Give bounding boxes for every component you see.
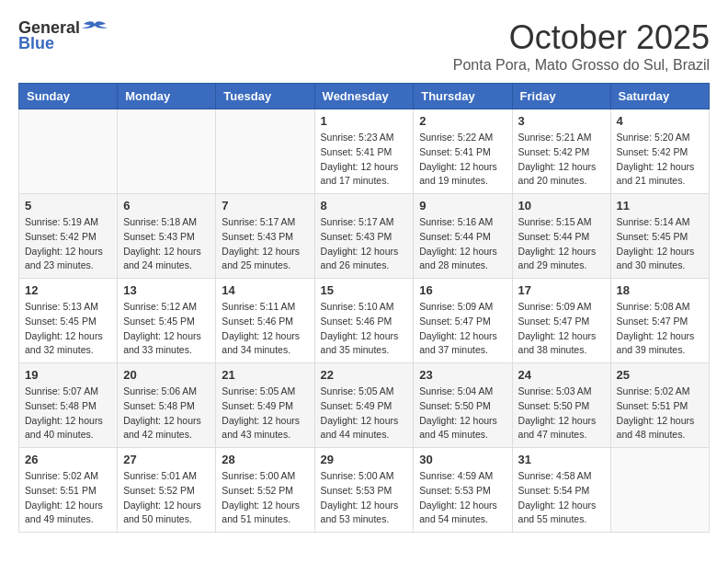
day-info: Sunrise: 5:02 AM Sunset: 5:51 PM Dayligh… xyxy=(617,385,703,442)
weekday-header-thursday: Thursday xyxy=(414,84,512,109)
day-cell-9: 9Sunrise: 5:16 AM Sunset: 5:44 PM Daylig… xyxy=(414,194,512,279)
day-info: Sunrise: 5:22 AM Sunset: 5:41 PM Dayligh… xyxy=(419,131,506,189)
day-number: 31 xyxy=(518,453,605,466)
calendar-table: SundayMondayTuesdayWednesdayThursdayFrid… xyxy=(18,83,710,533)
day-number: 28 xyxy=(222,453,308,466)
day-number: 4 xyxy=(617,114,703,128)
logo-text-blue: Blue xyxy=(18,34,54,53)
day-cell-20: 20Sunrise: 5:06 AM Sunset: 5:48 PM Dayli… xyxy=(118,363,216,448)
day-cell-24: 24Sunrise: 5:03 AM Sunset: 5:50 PM Dayli… xyxy=(512,363,610,448)
day-cell-29: 29Sunrise: 5:00 AM Sunset: 5:53 PM Dayli… xyxy=(314,448,414,533)
day-cell-19: 19Sunrise: 5:07 AM Sunset: 5:48 PM Dayli… xyxy=(19,363,118,448)
day-number: 18 xyxy=(617,283,703,297)
location-title: Ponta Pora, Mato Grosso do Sul, Brazil xyxy=(453,57,710,74)
calendar-week-row: 5Sunrise: 5:19 AM Sunset: 5:42 PM Daylig… xyxy=(19,194,710,279)
day-number: 8 xyxy=(321,199,408,213)
day-number: 6 xyxy=(123,199,210,213)
day-number: 29 xyxy=(321,453,408,466)
day-number: 13 xyxy=(123,283,210,297)
day-info: Sunrise: 5:23 AM Sunset: 5:41 PM Dayligh… xyxy=(321,131,408,189)
weekday-header-monday: Monday xyxy=(118,84,216,109)
day-number: 25 xyxy=(617,368,703,382)
day-info: Sunrise: 5:04 AM Sunset: 5:50 PM Dayligh… xyxy=(419,385,506,442)
day-cell-21: 21Sunrise: 5:05 AM Sunset: 5:49 PM Dayli… xyxy=(216,363,314,448)
day-cell-14: 14Sunrise: 5:11 AM Sunset: 5:46 PM Dayli… xyxy=(216,279,314,363)
weekday-header-sunday: Sunday xyxy=(19,84,118,109)
day-cell-25: 25Sunrise: 5:02 AM Sunset: 5:51 PM Dayli… xyxy=(610,363,709,448)
day-number: 22 xyxy=(321,368,408,382)
day-number: 19 xyxy=(25,368,111,382)
day-cell-8: 8Sunrise: 5:17 AM Sunset: 5:43 PM Daylig… xyxy=(314,194,414,279)
day-info: Sunrise: 5:10 AM Sunset: 5:46 PM Dayligh… xyxy=(321,300,408,358)
calendar-week-row: 26Sunrise: 5:02 AM Sunset: 5:51 PM Dayli… xyxy=(19,448,710,533)
empty-day-cell xyxy=(19,109,118,194)
day-number: 23 xyxy=(419,368,506,382)
day-cell-31: 31Sunrise: 4:58 AM Sunset: 5:54 PM Dayli… xyxy=(512,448,610,533)
day-number: 5 xyxy=(25,199,111,213)
weekday-header-saturday: Saturday xyxy=(610,84,709,109)
day-info: Sunrise: 5:07 AM Sunset: 5:48 PM Dayligh… xyxy=(25,385,111,442)
day-info: Sunrise: 5:08 AM Sunset: 5:47 PM Dayligh… xyxy=(617,300,703,358)
logo-bird-icon xyxy=(82,20,108,37)
day-number: 2 xyxy=(419,114,506,128)
day-cell-22: 22Sunrise: 5:05 AM Sunset: 5:49 PM Dayli… xyxy=(314,363,414,448)
day-cell-12: 12Sunrise: 5:13 AM Sunset: 5:45 PM Dayli… xyxy=(19,279,118,363)
weekday-header-friday: Friday xyxy=(512,84,610,109)
day-info: Sunrise: 5:17 AM Sunset: 5:43 PM Dayligh… xyxy=(321,215,408,273)
day-info: Sunrise: 5:03 AM Sunset: 5:50 PM Dayligh… xyxy=(518,385,605,442)
day-info: Sunrise: 5:06 AM Sunset: 5:48 PM Dayligh… xyxy=(123,385,210,442)
day-cell-15: 15Sunrise: 5:10 AM Sunset: 5:46 PM Dayli… xyxy=(314,279,414,363)
day-cell-23: 23Sunrise: 5:04 AM Sunset: 5:50 PM Dayli… xyxy=(414,363,512,448)
day-info: Sunrise: 5:00 AM Sunset: 5:53 PM Dayligh… xyxy=(321,469,408,527)
day-number: 1 xyxy=(321,114,408,128)
day-info: Sunrise: 4:58 AM Sunset: 5:54 PM Dayligh… xyxy=(518,469,605,527)
day-number: 10 xyxy=(518,199,605,213)
day-number: 14 xyxy=(222,283,308,297)
day-number: 24 xyxy=(518,368,605,382)
day-info: Sunrise: 5:13 AM Sunset: 5:45 PM Dayligh… xyxy=(25,300,111,358)
day-info: Sunrise: 5:14 AM Sunset: 5:45 PM Dayligh… xyxy=(617,215,703,273)
day-cell-30: 30Sunrise: 4:59 AM Sunset: 5:53 PM Dayli… xyxy=(414,448,512,533)
day-cell-7: 7Sunrise: 5:17 AM Sunset: 5:43 PM Daylig… xyxy=(216,194,314,279)
day-info: Sunrise: 5:19 AM Sunset: 5:42 PM Dayligh… xyxy=(25,215,111,273)
calendar-week-row: 1Sunrise: 5:23 AM Sunset: 5:41 PM Daylig… xyxy=(19,109,710,194)
day-number: 27 xyxy=(123,453,210,466)
day-info: Sunrise: 5:12 AM Sunset: 5:45 PM Dayligh… xyxy=(123,300,210,358)
day-cell-3: 3Sunrise: 5:21 AM Sunset: 5:42 PM Daylig… xyxy=(512,109,610,194)
day-cell-6: 6Sunrise: 5:18 AM Sunset: 5:43 PM Daylig… xyxy=(118,194,216,279)
day-cell-11: 11Sunrise: 5:14 AM Sunset: 5:45 PM Dayli… xyxy=(610,194,709,279)
day-number: 9 xyxy=(419,199,506,213)
day-info: Sunrise: 5:16 AM Sunset: 5:44 PM Dayligh… xyxy=(419,215,506,273)
day-number: 7 xyxy=(222,199,308,213)
day-number: 21 xyxy=(222,368,308,382)
empty-day-cell xyxy=(216,109,314,194)
weekday-header-wednesday: Wednesday xyxy=(314,84,414,109)
day-info: Sunrise: 5:05 AM Sunset: 5:49 PM Dayligh… xyxy=(222,385,308,442)
day-cell-18: 18Sunrise: 5:08 AM Sunset: 5:47 PM Dayli… xyxy=(610,279,709,363)
day-info: Sunrise: 5:17 AM Sunset: 5:43 PM Dayligh… xyxy=(222,215,308,273)
day-number: 26 xyxy=(25,453,111,466)
empty-day-cell xyxy=(118,109,216,194)
day-number: 20 xyxy=(123,368,210,382)
day-number: 30 xyxy=(419,453,506,466)
day-info: Sunrise: 5:05 AM Sunset: 5:49 PM Dayligh… xyxy=(321,385,408,442)
weekday-header-tuesday: Tuesday xyxy=(216,84,314,109)
day-number: 3 xyxy=(518,114,605,128)
day-info: Sunrise: 5:01 AM Sunset: 5:52 PM Dayligh… xyxy=(123,469,210,527)
day-info: Sunrise: 5:09 AM Sunset: 5:47 PM Dayligh… xyxy=(419,300,506,358)
day-cell-1: 1Sunrise: 5:23 AM Sunset: 5:41 PM Daylig… xyxy=(314,109,414,194)
month-title: October 2025 xyxy=(453,18,710,57)
day-info: Sunrise: 5:18 AM Sunset: 5:43 PM Dayligh… xyxy=(123,215,210,273)
day-info: Sunrise: 5:09 AM Sunset: 5:47 PM Dayligh… xyxy=(518,300,605,358)
day-cell-13: 13Sunrise: 5:12 AM Sunset: 5:45 PM Dayli… xyxy=(118,279,216,363)
day-cell-28: 28Sunrise: 5:00 AM Sunset: 5:52 PM Dayli… xyxy=(216,448,314,533)
day-info: Sunrise: 5:20 AM Sunset: 5:42 PM Dayligh… xyxy=(617,131,703,189)
page-header: General Blue October 2025 Ponta Pora, Ma… xyxy=(18,18,710,74)
day-cell-4: 4Sunrise: 5:20 AM Sunset: 5:42 PM Daylig… xyxy=(610,109,709,194)
empty-day-cell xyxy=(610,448,709,533)
weekday-header-row: SundayMondayTuesdayWednesdayThursdayFrid… xyxy=(19,84,710,109)
day-cell-27: 27Sunrise: 5:01 AM Sunset: 5:52 PM Dayli… xyxy=(118,448,216,533)
day-cell-10: 10Sunrise: 5:15 AM Sunset: 5:44 PM Dayli… xyxy=(512,194,610,279)
logo: General Blue xyxy=(18,18,108,53)
day-cell-5: 5Sunrise: 5:19 AM Sunset: 5:42 PM Daylig… xyxy=(19,194,118,279)
